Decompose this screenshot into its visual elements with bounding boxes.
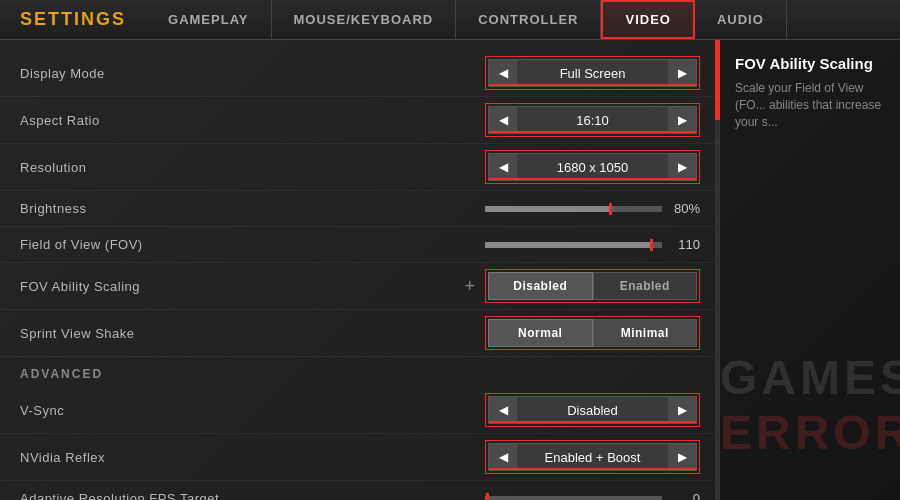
slider-fov: 110 bbox=[485, 237, 700, 252]
tab-gameplay[interactable]: GAMEPLAY bbox=[146, 0, 271, 39]
row-adaptive-fps: Adaptive Resolution FPS Target 0 bbox=[0, 481, 720, 500]
fill-adaptive-fps bbox=[485, 496, 489, 501]
track-adaptive-fps[interactable] bbox=[485, 496, 662, 501]
control-resolution: ◀ 1680 x 1050 ▶ bbox=[485, 150, 700, 184]
track-brightness[interactable] bbox=[485, 206, 662, 212]
row-aspect-ratio: Aspect Ratio ◀ 16:10 ▶ bbox=[0, 97, 720, 144]
slider-brightness: 80% bbox=[485, 201, 700, 216]
fov-panel-title: FOV Ability Scaling bbox=[735, 55, 885, 72]
toggle-fov-disabled[interactable]: Disabled bbox=[488, 272, 593, 300]
value-nvidia-reflex: Enabled + Boost bbox=[517, 444, 668, 470]
row-brightness: Brightness 80% bbox=[0, 191, 720, 227]
slider-adaptive-fps: 0 bbox=[485, 491, 700, 500]
value-fov: 110 bbox=[670, 237, 700, 252]
control-fov-scaling: Disabled Enabled bbox=[485, 269, 700, 303]
tab-mouse-keyboard[interactable]: MOUSE/KEYBOARD bbox=[272, 0, 457, 39]
toggle-fov-scaling: Disabled Enabled bbox=[488, 272, 697, 300]
bg-text-games: GAMES bbox=[720, 350, 900, 405]
label-fov: Field of View (FOV) bbox=[20, 237, 485, 252]
value-display-mode: Full Screen bbox=[517, 60, 668, 86]
control-sprint-shake: Normal Minimal bbox=[485, 316, 700, 350]
main-content: Display Mode ◀ Full Screen ▶ Aspect Rati… bbox=[0, 40, 900, 500]
control-fov: 110 bbox=[485, 237, 700, 252]
settings-panel: Display Mode ◀ Full Screen ▶ Aspect Rati… bbox=[0, 40, 720, 500]
label-aspect-ratio: Aspect Ratio bbox=[20, 113, 485, 128]
fill-brightness bbox=[485, 206, 612, 212]
row-fov: Field of View (FOV) 110 bbox=[0, 227, 720, 263]
bg-text-errors: ERRORS bbox=[720, 405, 900, 460]
control-vsync: ◀ Disabled ▶ bbox=[485, 393, 700, 427]
header: SETTINGS GAMEPLAY MOUSE/KEYBOARD CONTROL… bbox=[0, 0, 900, 40]
arrow-right-aspect-ratio[interactable]: ▶ bbox=[668, 107, 696, 133]
arrow-left-resolution[interactable]: ◀ bbox=[489, 154, 517, 180]
selector-aspect-ratio: ◀ 16:10 ▶ bbox=[488, 106, 697, 134]
row-nvidia-reflex: NVidia Reflex ◀ Enabled + Boost ▶ bbox=[0, 434, 720, 481]
bg-text-area: GAMES ERRORS bbox=[720, 350, 900, 460]
add-fov-scaling-button[interactable]: + bbox=[464, 276, 475, 297]
label-display-mode: Display Mode bbox=[20, 66, 485, 81]
value-vsync: Disabled bbox=[517, 397, 668, 423]
toggle-fov-enabled[interactable]: Enabled bbox=[593, 272, 698, 300]
arrow-right-vsync[interactable]: ▶ bbox=[668, 397, 696, 423]
arrow-left-vsync[interactable]: ◀ bbox=[489, 397, 517, 423]
selector-nvidia-reflex: ◀ Enabled + Boost ▶ bbox=[488, 443, 697, 471]
fill-fov bbox=[485, 242, 653, 248]
row-fov-scaling: FOV Ability Scaling + Disabled Enabled bbox=[0, 263, 720, 310]
toggle-sprint-normal[interactable]: Normal bbox=[488, 319, 593, 347]
row-sprint-shake: Sprint View Shake Normal Minimal bbox=[0, 310, 720, 357]
row-display-mode: Display Mode ◀ Full Screen ▶ bbox=[0, 50, 720, 97]
value-brightness: 80% bbox=[670, 201, 700, 216]
control-display-mode: ◀ Full Screen ▶ bbox=[485, 56, 700, 90]
label-resolution: Resolution bbox=[20, 160, 485, 175]
fov-panel-desc: Scale your Field of View (FO... abilitie… bbox=[735, 80, 885, 130]
row-vsync: V-Sync ◀ Disabled ▶ bbox=[0, 387, 720, 434]
tab-video[interactable]: VIDEO bbox=[601, 0, 694, 39]
value-adaptive-fps: 0 bbox=[670, 491, 700, 500]
selector-display-mode: ◀ Full Screen ▶ bbox=[488, 59, 697, 87]
tab-controller[interactable]: CONTROLLER bbox=[456, 0, 601, 39]
advanced-section-header: ADVANCED bbox=[0, 357, 720, 387]
tab-audio[interactable]: AUDIO bbox=[695, 0, 787, 39]
label-fov-scaling: FOV Ability Scaling bbox=[20, 279, 464, 294]
value-aspect-ratio: 16:10 bbox=[517, 107, 668, 133]
control-nvidia-reflex: ◀ Enabled + Boost ▶ bbox=[485, 440, 700, 474]
row-resolution: Resolution ◀ 1680 x 1050 ▶ bbox=[0, 144, 720, 191]
arrow-right-resolution[interactable]: ▶ bbox=[668, 154, 696, 180]
nav-tabs: GAMEPLAY MOUSE/KEYBOARD CONTROLLER VIDEO… bbox=[146, 0, 787, 39]
track-fov[interactable] bbox=[485, 242, 662, 248]
settings-title: SETTINGS bbox=[0, 9, 146, 30]
value-resolution: 1680 x 1050 bbox=[517, 154, 668, 180]
arrow-left-aspect-ratio[interactable]: ◀ bbox=[489, 107, 517, 133]
arrow-right-nvidia-reflex[interactable]: ▶ bbox=[668, 444, 696, 470]
control-brightness: 80% bbox=[485, 201, 700, 216]
label-vsync: V-Sync bbox=[20, 403, 485, 418]
label-nvidia-reflex: NVidia Reflex bbox=[20, 450, 485, 465]
control-adaptive-fps: 0 bbox=[485, 491, 700, 500]
control-aspect-ratio: ◀ 16:10 ▶ bbox=[485, 103, 700, 137]
label-adaptive-fps: Adaptive Resolution FPS Target bbox=[20, 491, 485, 500]
toggle-sprint-shake: Normal Minimal bbox=[488, 319, 697, 347]
toggle-sprint-minimal[interactable]: Minimal bbox=[593, 319, 698, 347]
arrow-right-display-mode[interactable]: ▶ bbox=[668, 60, 696, 86]
arrow-left-display-mode[interactable]: ◀ bbox=[489, 60, 517, 86]
selector-vsync: ◀ Disabled ▶ bbox=[488, 396, 697, 424]
selector-resolution: ◀ 1680 x 1050 ▶ bbox=[488, 153, 697, 181]
label-brightness: Brightness bbox=[20, 201, 485, 216]
arrow-left-nvidia-reflex[interactable]: ◀ bbox=[489, 444, 517, 470]
right-panel: FOV Ability Scaling Scale your Field of … bbox=[720, 40, 900, 500]
label-sprint-shake: Sprint View Shake bbox=[20, 326, 485, 341]
